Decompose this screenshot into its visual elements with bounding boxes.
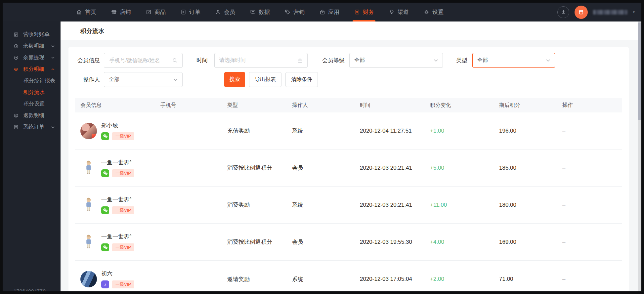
type-label: 类型 xyxy=(446,53,467,68)
download-icon[interactable] xyxy=(557,6,569,18)
chevron-down-icon xyxy=(174,78,178,81)
member-name: 一鱼一世界° xyxy=(101,159,134,166)
nav-item-members[interactable]: 会员 xyxy=(208,3,242,21)
table-header: 会员信息 手机号 类型 操作人 时间 积分变化 期后积分 操作 xyxy=(75,98,622,112)
page-title: 积分流水 xyxy=(80,27,104,35)
type-cell: 消费奖励 xyxy=(227,201,292,209)
member-name: 郑小敏 xyxy=(101,122,134,129)
nav-item-orders[interactable]: 订单 xyxy=(173,3,208,21)
music-icon: ♪ xyxy=(101,280,109,288)
chevron-down-icon xyxy=(434,59,438,62)
filter-panel: 会员信息 时间 请选择时间 会员等级 全部 类型 xyxy=(68,53,629,91)
sidebar-label: 营收对账单 xyxy=(23,31,50,38)
gear-icon xyxy=(423,9,430,15)
chevron-down-icon[interactable]: ▾ xyxy=(633,10,635,14)
nav-item-finance[interactable]: 财务 xyxy=(347,3,381,21)
sidebar-item-points-report[interactable]: 积分统计报表 xyxy=(3,75,61,87)
col-header-type: 类型 xyxy=(227,102,292,109)
main-content: 积分流水 会员信息 时间 请选择时间 会员等级 xyxy=(61,21,641,291)
table-row: 初六 ♪ 一级VIP 邀请奖励 系统 2020-12-03 17:05:04 +… xyxy=(75,261,622,291)
sidebar-item-revenue-statement[interactable]: 营收对账单 xyxy=(3,29,61,40)
sidebar-label: 积分统计报表 xyxy=(23,77,55,84)
avatar xyxy=(80,270,97,289)
type-value: 全部 xyxy=(477,57,546,64)
nav-item-home[interactable]: 首页 xyxy=(69,3,104,21)
filter-row-2: 操作人 全部 搜索 导出报表 清除条件 xyxy=(68,72,629,87)
search-button[interactable]: 搜索 xyxy=(224,72,245,87)
sidebar-item-points-detail[interactable]: 积分明细 xyxy=(3,63,61,75)
nav-item-channel[interactable]: 渠道 xyxy=(381,3,416,21)
finance-icon xyxy=(354,9,360,15)
nav-label: 首页 xyxy=(85,8,96,16)
member-info-input[interactable] xyxy=(109,57,172,64)
nav-item-apps[interactable]: 应用 xyxy=(312,3,347,21)
nav-label: 店铺 xyxy=(120,8,131,16)
sidebar-item-system-orders[interactable]: 系统订单 xyxy=(3,121,61,133)
sidebar-item-points-settings[interactable]: 积分设置 xyxy=(3,98,61,110)
avatar xyxy=(80,232,97,252)
sidebar: 营收对账单 余额明细 余额提现 积分明细 积分统计报表 积分流水 积分设置 退 xyxy=(3,21,61,291)
vip-level-tag: 一级VIP xyxy=(112,243,134,251)
member-name: 初六 xyxy=(101,270,134,277)
type-select[interactable]: 全部 xyxy=(472,53,555,68)
action-cell: – xyxy=(562,239,622,245)
marketing-icon xyxy=(284,9,291,15)
apps-icon xyxy=(319,9,325,15)
nav-item-settings[interactable]: 设置 xyxy=(416,3,451,21)
col-header-action: 操作 xyxy=(562,102,622,109)
balance-circle-icon xyxy=(13,43,19,49)
col-header-balance: 期后积分 xyxy=(499,102,562,109)
chevron-down-icon xyxy=(546,59,550,62)
balance-cell: 185.00 xyxy=(499,165,562,171)
nav-label: 财务 xyxy=(363,8,374,16)
table-row: 郑小敏 一级VIP 充值奖励 系统 2020-12-04 11:27:51 +1… xyxy=(75,112,622,149)
scrollbar-thumb[interactable] xyxy=(638,22,641,120)
time-placeholder: 请选择时间 xyxy=(219,57,297,64)
nav-item-goods[interactable]: 商品 xyxy=(138,3,173,21)
table-row: 一鱼一世界° 一级VIP 消费奖励 系统 2020-12-03 20:21:41… xyxy=(75,187,622,224)
store-avatar[interactable] xyxy=(575,6,588,19)
shop-icon xyxy=(111,9,117,15)
nav-item-shop[interactable]: 店铺 xyxy=(104,3,138,21)
table-row: 一鱼一世界° 一级VIP 消费按比例返积分 会员 2020-12-03 19:5… xyxy=(75,224,622,261)
sidebar-item-balance-detail[interactable]: 余额明细 xyxy=(3,40,61,52)
col-header-change: 积分变化 xyxy=(430,102,499,109)
sidebar-item-refund-detail[interactable]: 退款明细 xyxy=(3,110,61,121)
type-cell: 消费按比例返积分 xyxy=(227,238,292,246)
channel-icon xyxy=(389,9,395,15)
sidebar-bottom-number: 17064004770 xyxy=(14,288,46,291)
member-level-select[interactable]: 全部 xyxy=(349,53,443,68)
operator-cell: 会员 xyxy=(292,238,360,246)
export-report-button[interactable]: 导出报表 xyxy=(249,72,281,87)
calendar-icon xyxy=(297,58,303,63)
member-cell: 初六 ♪ 一级VIP xyxy=(80,270,160,289)
member-level-value: 全部 xyxy=(354,57,434,64)
sidebar-label: 退款明细 xyxy=(23,112,44,119)
sidebar-label: 余额提现 xyxy=(23,54,44,61)
col-header-member: 会员信息 xyxy=(80,102,160,109)
nav-item-marketing[interactable]: 营销 xyxy=(277,3,312,21)
clear-filters-button[interactable]: 清除条件 xyxy=(285,72,318,87)
nav-label: 设置 xyxy=(432,8,444,16)
points-change-cell: +5.00 xyxy=(430,165,499,171)
search-icon[interactable] xyxy=(172,58,178,63)
bill-icon xyxy=(13,32,19,37)
action-cell: – xyxy=(562,276,622,282)
type-cell: 邀请奖励 xyxy=(227,275,292,283)
time-picker[interactable]: 请选择时间 xyxy=(214,53,308,68)
vertical-scrollbar[interactable] xyxy=(638,21,641,291)
system-order-icon xyxy=(13,124,19,130)
nav-item-data[interactable]: 数据 xyxy=(242,3,277,21)
col-header-phone: 手机号 xyxy=(160,102,227,109)
wechat-icon xyxy=(101,132,109,140)
sidebar-label: 积分设置 xyxy=(23,101,45,107)
member-cell: 一鱼一世界° 一级VIP xyxy=(80,232,160,252)
username-redacted[interactable] xyxy=(593,10,627,15)
sidebar-item-balance-withdraw[interactable]: 余额提现 xyxy=(3,52,61,63)
member-icon xyxy=(215,9,221,15)
filter-row-1: 会员信息 时间 请选择时间 会员等级 全部 类型 xyxy=(68,53,629,68)
nav-label: 营销 xyxy=(293,8,305,16)
operator-select[interactable]: 全部 xyxy=(104,72,183,87)
sidebar-item-points-flow[interactable]: 积分流水 xyxy=(3,87,61,98)
operator-cell: 系统 xyxy=(292,275,360,283)
